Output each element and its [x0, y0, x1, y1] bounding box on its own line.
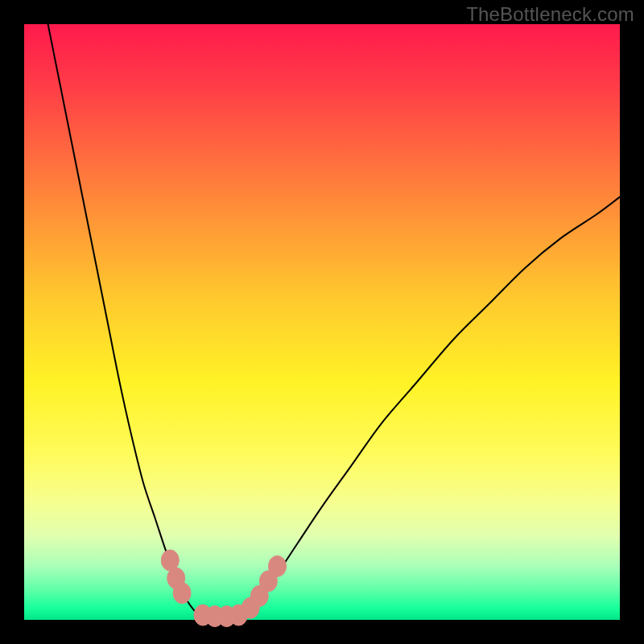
marker-group [161, 550, 286, 627]
watermark-text: TheBottleneck.com [466, 3, 634, 26]
bottleneck-curve [48, 24, 620, 617]
plot-area [24, 24, 620, 620]
data-marker [269, 555, 287, 576]
series-group [48, 24, 620, 617]
data-marker [173, 583, 191, 604]
chart-frame: TheBottleneck.com [0, 0, 644, 644]
chart-svg [24, 24, 620, 620]
